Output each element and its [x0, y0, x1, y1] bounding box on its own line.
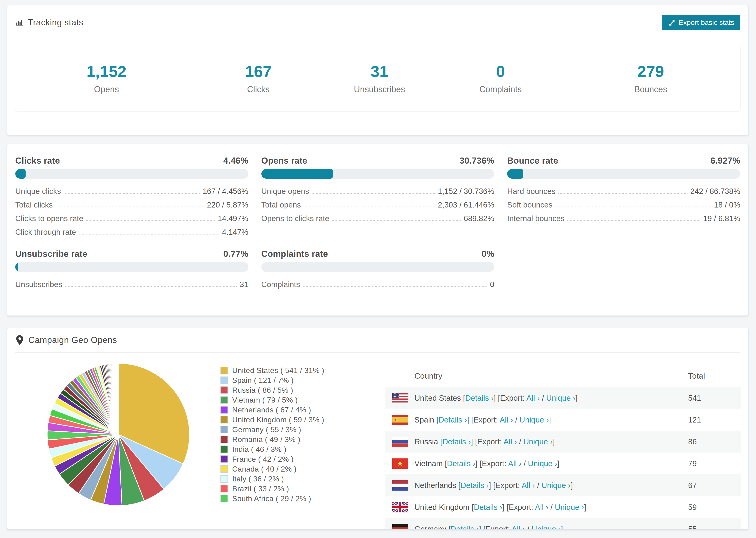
pie-slice-other [118, 363, 118, 435]
rate-stat-label: Click through rate [15, 228, 76, 236]
bracket: ] [553, 437, 555, 446]
geo-total-value: 67 [688, 481, 697, 490]
geo-table-row-ru: Russia [Details ›] [Export: All › / Uniq… [385, 431, 741, 453]
export-unique-link[interactable]: Unique › [519, 415, 549, 424]
rate-stat-label: Opens to clicks rate [261, 215, 329, 222]
country-name: Vietnam [414, 459, 443, 468]
bracket: [ [446, 525, 451, 529]
legend-item: Spain ( 121 / 7% ) [220, 375, 324, 385]
geo-total-value: 59 [688, 503, 697, 512]
column-header-total: Total [688, 371, 705, 381]
export-basic-stats-button[interactable]: Export basic stats [662, 15, 740, 30]
details-link[interactable]: Details › [439, 415, 467, 424]
rate-stat-row: Click through rate4.147% [15, 225, 248, 239]
legend-swatch [220, 465, 228, 473]
rate-title: Unsubscribe rate [15, 249, 87, 259]
geo-table-row-es: Spain [Details ›] [Export: All › / Uniqu… [385, 409, 741, 431]
progress-fill [15, 169, 26, 179]
export-all-link[interactable]: All › [526, 394, 540, 402]
rate-stat-row: Opens to clicks rate689.82% [261, 211, 495, 225]
rate-stat-value: 689.82% [464, 215, 494, 222]
legend-label: Germany ( 55 / 3% ) [232, 425, 301, 434]
geo-country-cell: Netherlands [Details ›] [Export: All › /… [414, 481, 573, 490]
legend-swatch [220, 367, 228, 374]
legend-item: India ( 46 / 3% ) [220, 444, 324, 454]
legend-label: Netherlands ( 67 / 4% ) [232, 405, 311, 414]
bracket: [ [438, 437, 442, 446]
separator: / [513, 415, 519, 424]
stat-label: Complaints [479, 84, 522, 94]
legend-item: United States ( 541 / 31% ) [220, 365, 324, 375]
bracket: ] [584, 503, 586, 511]
stats-row: 1,152Opens167Clicks31Unsubscribes0Compla… [15, 46, 740, 112]
export-all-link[interactable]: All › [500, 415, 513, 424]
legend-label: France ( 42 / 2% ) [232, 455, 294, 463]
export-all-link[interactable]: All › [535, 503, 549, 511]
legend-label: Italy ( 36 / 2% ) [232, 475, 284, 483]
rate-block-complaints-rate: Complaints rate0%Complaints0 [261, 249, 495, 291]
export-all-link[interactable]: All › [508, 459, 521, 468]
rate-title: Complaints rate [261, 249, 328, 259]
export-unique-link[interactable]: Unique › [546, 394, 575, 402]
rate-block-bounce-rate: Bounce rate6.927%Hard bounces242 / 86.73… [507, 156, 740, 239]
export-unique-link[interactable]: Unique › [531, 525, 561, 529]
rate-stat-label: Unique opens [261, 187, 309, 195]
geo-pie-chart [46, 363, 190, 506]
rate-stat-row: Total opens2,303 / 61.446% [261, 198, 495, 211]
legend-label: Romania ( 49 / 3% ) [232, 435, 300, 444]
panel-title: Tracking stats [28, 18, 83, 27]
export-unique-link[interactable]: Unique › [523, 437, 553, 446]
export-all-link[interactable]: All › [512, 525, 525, 529]
bracket: ] [Export: [489, 481, 521, 490]
flag-es-icon [392, 415, 408, 425]
panel-title: Campaign Geo Opens [28, 335, 117, 345]
dotted-leader [303, 286, 487, 287]
rate-value: 6.927% [711, 156, 740, 166]
separator: / [517, 437, 523, 446]
dotted-leader [312, 193, 435, 194]
details-link[interactable]: Details › [465, 394, 494, 402]
export-button-label: Export basic stats [678, 19, 734, 27]
progress-track [261, 169, 495, 179]
legend-label: Spain ( 121 / 7% ) [232, 376, 294, 385]
bracket: [ [443, 459, 447, 468]
details-link[interactable]: Details › [442, 437, 471, 446]
rate-block-unsubscribe-rate: Unsubscribe rate0.77%Unsubscribes31 [15, 249, 248, 291]
rate-value: 4.46% [223, 156, 248, 166]
export-unique-link[interactable]: Unique › [541, 481, 571, 490]
dotted-leader [65, 286, 237, 287]
flag-nl-icon [392, 480, 408, 491]
rate-stat-row: Unsubscribes31 [15, 278, 248, 291]
stat-value: 167 [245, 63, 272, 79]
details-link[interactable]: Details › [451, 525, 479, 529]
legend-swatch [220, 396, 228, 404]
export-unique-link[interactable]: Unique › [555, 503, 584, 511]
legend-item: Germany ( 55 / 3% ) [220, 425, 324, 435]
legend-label: Russia ( 86 / 5% ) [232, 386, 293, 395]
geo-header: Campaign Geo Opens [7, 328, 748, 352]
rate-stat-row: Unique opens1,152 / 30.736% [261, 184, 495, 198]
dotted-leader [56, 207, 204, 207]
details-link[interactable]: Details › [474, 503, 502, 511]
pie-legend: United States ( 541 / 31% )Spain ( 121 /… [220, 365, 324, 504]
export-all-link[interactable]: All › [504, 437, 517, 446]
dotted-leader [558, 193, 687, 194]
rate-title: Bounce rate [507, 156, 558, 166]
export-all-link[interactable]: All › [522, 481, 535, 490]
geo-country-cell: United States [Details ›] [Export: All ›… [414, 394, 577, 403]
stat-label: Bounces [634, 84, 667, 94]
flag-gb-icon [392, 502, 408, 512]
details-link[interactable]: Details › [460, 481, 489, 490]
stat-value: 0 [496, 63, 505, 79]
separator: / [525, 525, 531, 529]
legend-item: South Africa ( 29 / 2% ) [220, 494, 324, 504]
rate-stat-value: 18 / 0% [714, 201, 740, 209]
bracket: ] [Export: [479, 525, 512, 529]
rate-stat-label: Total opens [261, 201, 301, 209]
progress-track [261, 262, 495, 272]
legend-swatch [220, 426, 228, 433]
export-unique-link[interactable]: Unique › [528, 459, 557, 468]
details-link[interactable]: Details › [447, 459, 475, 468]
geo-table-row-gb: United Kingdom [Details ›] [Export: All … [385, 496, 741, 518]
rate-stat-label: Unique clicks [15, 187, 61, 195]
